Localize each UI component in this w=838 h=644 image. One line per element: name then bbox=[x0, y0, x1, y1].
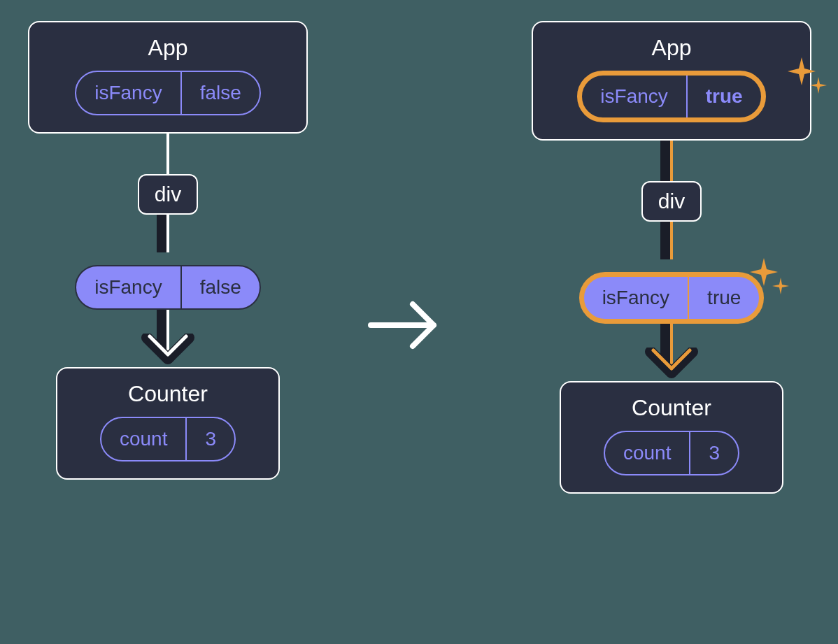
prop-pill-highlighted: isFancy true bbox=[579, 272, 765, 324]
state-pill: isFancy false bbox=[75, 71, 261, 115]
tree-after: App isFancy true div isFancy bbox=[518, 21, 825, 494]
app-node: App isFancy true bbox=[532, 21, 811, 141]
app-node: App isFancy false bbox=[28, 21, 308, 134]
pill-key: isFancy bbox=[76, 266, 181, 308]
counter-node: Counter count 3 bbox=[56, 367, 280, 480]
counter-node: Counter count 3 bbox=[560, 381, 783, 494]
pill-value: 3 bbox=[187, 418, 234, 460]
div-node: div bbox=[138, 174, 198, 215]
prop-pill-wrap: isFancy true bbox=[579, 272, 765, 324]
sparkle-icon bbox=[750, 258, 792, 300]
pill-value: 3 bbox=[690, 432, 738, 474]
node-title: div bbox=[155, 183, 181, 206]
arrow-down-icon bbox=[166, 215, 169, 265]
pill-key: isFancy bbox=[76, 72, 181, 114]
node-title: App bbox=[148, 35, 188, 61]
prop-pill-wrap: isFancy false bbox=[75, 265, 261, 310]
state-pill-highlighted: isFancy true bbox=[577, 71, 765, 122]
pill-value: false bbox=[182, 266, 260, 308]
tree-before: App isFancy false div isFancy false bbox=[14, 21, 322, 480]
pill-key: isFancy bbox=[582, 76, 687, 117]
node-title: App bbox=[652, 35, 692, 61]
transition-arrow-icon bbox=[364, 294, 448, 359]
state-pill: count 3 bbox=[604, 431, 739, 475]
pill-key: count bbox=[605, 432, 691, 474]
sparkle-icon bbox=[788, 57, 830, 99]
connector-line-highlighted bbox=[670, 141, 673, 181]
arrow-down-icon bbox=[670, 324, 673, 381]
arrow-down-icon bbox=[166, 310, 169, 367]
pill-key: isFancy bbox=[584, 277, 689, 319]
connector-line bbox=[166, 134, 169, 174]
pill-value: false bbox=[182, 72, 260, 114]
prop-pill: isFancy false bbox=[75, 265, 261, 310]
pill-value: true bbox=[689, 277, 759, 319]
node-title: Counter bbox=[128, 381, 208, 407]
pill-value: true bbox=[688, 76, 761, 117]
node-title: Counter bbox=[632, 395, 711, 421]
node-title: div bbox=[658, 189, 685, 213]
div-node: div bbox=[641, 181, 702, 222]
diagram-canvas: App isFancy false div isFancy false bbox=[0, 0, 838, 644]
state-pill: count 3 bbox=[100, 417, 236, 461]
arrow-down-icon bbox=[670, 222, 673, 272]
pill-key: count bbox=[101, 418, 187, 460]
